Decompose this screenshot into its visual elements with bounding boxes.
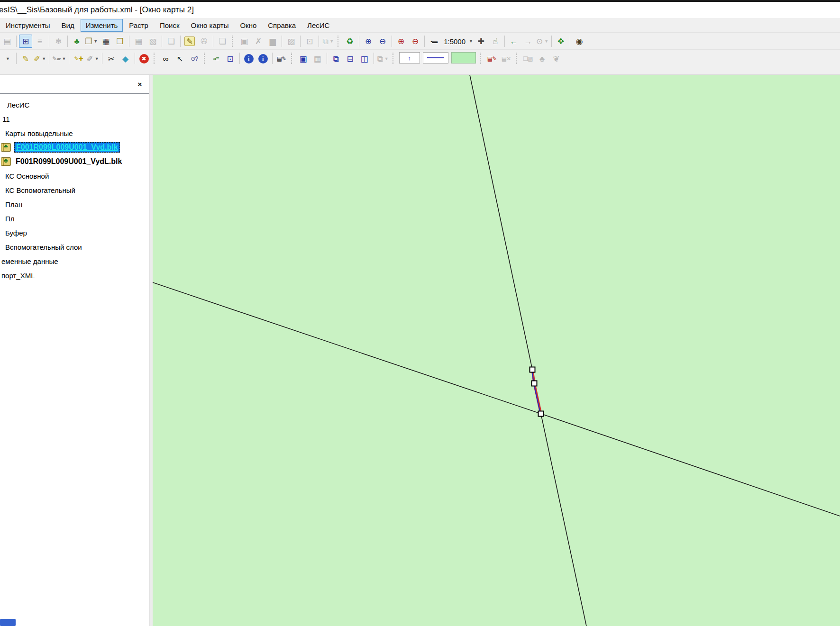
- delete-object[interactable]: ✖: [137, 52, 151, 65]
- vertex-handle[interactable]: [539, 411, 544, 417]
- menu-item[interactable]: Окно: [235, 19, 262, 32]
- layer-arrange[interactable]: ⧉▼: [376, 52, 390, 65]
- layers-copy[interactable]: ⧉▼: [321, 35, 335, 48]
- save[interactable]: ▣: [237, 35, 251, 48]
- chevron-down-icon[interactable]: ▼: [544, 39, 548, 44]
- tree-item[interactable]: КС Вспомогательный: [0, 183, 149, 197]
- report-edit[interactable]: ▤✎: [275, 52, 288, 65]
- menu-item[interactable]: Справка: [263, 19, 301, 32]
- chevron-down-icon[interactable]: ▼: [93, 39, 98, 44]
- view-history[interactable]: ⊙▼: [536, 35, 549, 48]
- draw-freehand[interactable]: ✐▼: [33, 52, 46, 65]
- find-window[interactable]: ⊡: [224, 52, 237, 65]
- folder-new[interactable]: ❏: [164, 35, 178, 48]
- shape-tool[interactable]: ❦: [550, 52, 563, 65]
- tree-item[interactable]: еменные данные: [0, 254, 149, 268]
- fill-style-swatch[interactable]: [451, 52, 476, 64]
- zoom-area-in[interactable]: ⊕: [394, 35, 408, 48]
- chevron-down-icon[interactable]: ▼: [384, 56, 389, 61]
- pan-center[interactable]: ✚: [475, 35, 488, 48]
- gem-tool[interactable]: ◆: [119, 52, 132, 65]
- windows-tile-horizontal[interactable]: ⊟: [344, 52, 357, 65]
- tree-import[interactable]: ♣: [70, 35, 83, 48]
- grid[interactable]: ▦: [132, 35, 145, 48]
- tree-item[interactable]: Буфер: [0, 226, 149, 240]
- chevron-down-icon[interactable]: ▼: [62, 56, 66, 61]
- open-raster-folder[interactable]: ❒: [113, 35, 127, 48]
- point-style-swatch[interactable]: ↑: [399, 52, 420, 64]
- table-view[interactable]: ▦: [311, 52, 324, 65]
- print[interactable]: ▤: [0, 35, 14, 48]
- menu-item[interactable]: Поиск: [155, 19, 185, 32]
- split-tool[interactable]: ✂: [105, 52, 118, 65]
- legend-edit[interactable]: ▤✎: [485, 52, 499, 65]
- chevron-down-icon[interactable]: ▼: [469, 39, 473, 44]
- doc-delete[interactable]: ▤✕: [500, 52, 513, 65]
- menu-item[interactable]: ЛесИС: [302, 19, 335, 32]
- menu-item[interactable]: Изменить: [81, 19, 123, 32]
- key-tool[interactable]: ✇: [197, 35, 210, 48]
- folder-image[interactable]: ❏▨: [521, 52, 535, 65]
- panel-splitter[interactable]: [149, 75, 153, 626]
- search-binoculars[interactable]: ∞: [159, 52, 173, 65]
- vertex-handle[interactable]: [532, 381, 537, 386]
- pan-hand[interactable]: ☝: [489, 35, 502, 48]
- draw-add[interactable]: ✎✚: [72, 52, 85, 65]
- image-doc[interactable]: ▨: [284, 35, 298, 48]
- vertex-handle[interactable]: [530, 367, 535, 372]
- menu-item[interactable]: Вид: [56, 19, 80, 32]
- layer-styles[interactable]: ≈≡: [210, 52, 223, 65]
- draw-lasso[interactable]: ✐▼: [86, 52, 99, 65]
- select-cursor[interactable]: ↖: [173, 52, 187, 65]
- scale-icon[interactable]: ▪▬: [427, 35, 440, 48]
- close-icon[interactable]: ×: [136, 80, 144, 88]
- tree-tool[interactable]: ♣: [536, 52, 549, 65]
- windows-cascade[interactable]: ⧉: [329, 52, 343, 65]
- attribute-query[interactable]: ⊙?: [188, 52, 201, 65]
- tree-snowflake[interactable]: ❄: [52, 35, 65, 48]
- raster-transform[interactable]: ▦: [99, 35, 112, 48]
- tree-item[interactable]: порт_XML: [0, 268, 149, 282]
- tree-item[interactable]: ЛесИС: [0, 98, 149, 112]
- draw-pencil[interactable]: ✎: [19, 52, 32, 65]
- legend-tree-toggle[interactable]: ⊞: [19, 35, 32, 48]
- chart[interactable]: ▆: [266, 35, 279, 48]
- object-info[interactable]: i: [242, 52, 256, 65]
- window-list[interactable]: ▣: [297, 52, 310, 65]
- menu-item[interactable]: Растр: [124, 19, 154, 32]
- tree-item[interactable]: Пл: [0, 211, 149, 226]
- tree-item[interactable]: 11: [0, 112, 149, 126]
- tree-item[interactable]: КС Основной: [0, 169, 149, 183]
- menu-item[interactable]: Инструменты: [0, 19, 55, 32]
- tree-item[interactable]: План: [0, 197, 149, 211]
- fit-extent[interactable]: ✥: [554, 35, 567, 48]
- list-view[interactable]: ≡: [33, 35, 46, 48]
- tree-item[interactable]: Карты повыдельные: [0, 126, 149, 140]
- refresh-map[interactable]: ♻: [343, 35, 356, 48]
- erase-object[interactable]: ✗: [252, 35, 265, 48]
- open-map-folder[interactable]: ❐▼: [84, 35, 98, 48]
- chevron-down-icon[interactable]: ▼: [42, 56, 46, 61]
- window-options[interactable]: ⊡: [303, 35, 316, 48]
- zoom-out[interactable]: ⊖: [376, 35, 389, 48]
- zoom-in[interactable]: ⊕: [362, 35, 375, 48]
- scale-select[interactable]: 1:5000▼: [441, 35, 474, 48]
- folder-edit[interactable]: ✎: [183, 35, 196, 48]
- chevron-down-icon[interactable]: ▼: [329, 39, 334, 44]
- draw-shape[interactable]: ✎▰▼: [52, 52, 66, 65]
- object-info-key[interactable]: i: [256, 52, 270, 65]
- tree-item[interactable]: ♣F001R099L009U001_VydL.blk: [0, 154, 149, 169]
- chevron-down-icon[interactable]: ▼: [6, 56, 10, 61]
- folder-export[interactable]: ❏: [216, 35, 229, 48]
- visibility-eye[interactable]: ◉: [573, 35, 586, 48]
- chevron-down-icon[interactable]: ▼: [95, 56, 99, 61]
- style-partial[interactable]: ▼: [0, 52, 14, 65]
- grid-new[interactable]: ▧: [146, 35, 159, 48]
- zoom-area-out[interactable]: ⊖: [409, 35, 422, 48]
- windows-tile-vertical[interactable]: ◫: [358, 52, 371, 65]
- line-style-swatch[interactable]: [423, 52, 448, 64]
- history-back[interactable]: ←: [507, 35, 520, 48]
- tree-item[interactable]: ♣F001R099L009U001_Vyd.blk: [0, 140, 149, 154]
- tree-item[interactable]: Вспомогательный слои: [0, 240, 149, 254]
- menu-item[interactable]: Окно карты: [185, 19, 234, 32]
